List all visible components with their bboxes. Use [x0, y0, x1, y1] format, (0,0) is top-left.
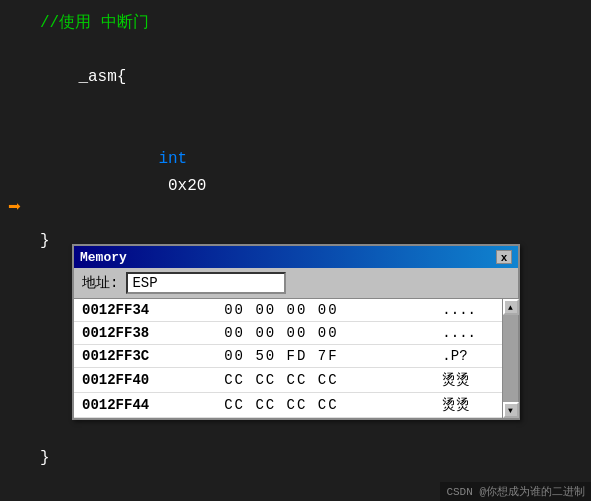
table-row: 0012FF3C 00 50 FD 7F .P? — [74, 345, 518, 368]
mem-addr-cell: 0012FF34 — [74, 299, 216, 322]
code-final-brace: } — [40, 445, 571, 472]
mem-bytes-cell: 00 00 00 00 — [216, 322, 434, 345]
mem-bytes-cell: 00 00 00 00 — [216, 299, 434, 322]
memory-titlebar: Memory x — [74, 246, 518, 268]
code-asm-open: _asm{ — [40, 37, 571, 119]
table-row: 0012FF38 00 00 00 00 .... — [74, 322, 518, 345]
mem-bytes-cell: CC CC CC CC — [216, 393, 434, 418]
close-button[interactable]: x — [496, 250, 512, 264]
table-row: 0012FF40 CC CC CC CC 烫烫 — [74, 368, 518, 393]
scroll-track[interactable] — [503, 315, 518, 402]
int-keyword: int — [158, 150, 187, 168]
memory-window: Memory x 地址: 0012FF34 00 00 00 00 .... 0… — [72, 244, 520, 420]
table-row: 0012FF44 CC CC CC CC 烫烫 — [74, 393, 518, 418]
address-bar: 地址: — [74, 268, 518, 299]
scroll-down-button[interactable]: ▼ — [503, 402, 519, 418]
mem-addr-cell: 0012FF3C — [74, 345, 216, 368]
mem-bytes-cell: CC CC CC CC — [216, 368, 434, 393]
scrollbar[interactable]: ▲ ▼ — [502, 299, 518, 418]
addr-label: 地址: — [82, 274, 118, 292]
code-int-line: int 0x20 — [40, 119, 571, 228]
mem-addr-cell: 0012FF40 — [74, 368, 216, 393]
code-comment: //使用 中断门 — [40, 10, 571, 37]
int-value: 0x20 — [158, 177, 206, 195]
watermark: CSDN @你想成为谁的二进制 — [440, 482, 591, 501]
mem-bytes-cell: 00 50 FD 7F — [216, 345, 434, 368]
scroll-up-button[interactable]: ▲ — [503, 299, 519, 315]
mem-addr-cell: 0012FF38 — [74, 322, 216, 345]
addr-input[interactable] — [126, 272, 286, 294]
memory-table: 0012FF34 00 00 00 00 .... 0012FF38 00 00… — [74, 299, 518, 418]
mem-addr-cell: 0012FF44 — [74, 393, 216, 418]
memory-title: Memory — [80, 250, 127, 265]
memory-table-container: 0012FF34 00 00 00 00 .... 0012FF38 00 00… — [74, 299, 518, 418]
memory-table-wrapper: 0012FF34 00 00 00 00 .... 0012FF38 00 00… — [74, 299, 518, 418]
asm-keyword: _asm{ — [78, 68, 126, 86]
table-row: 0012FF34 00 00 00 00 .... — [74, 299, 518, 322]
arrow-indicator: ➡ — [8, 198, 32, 222]
